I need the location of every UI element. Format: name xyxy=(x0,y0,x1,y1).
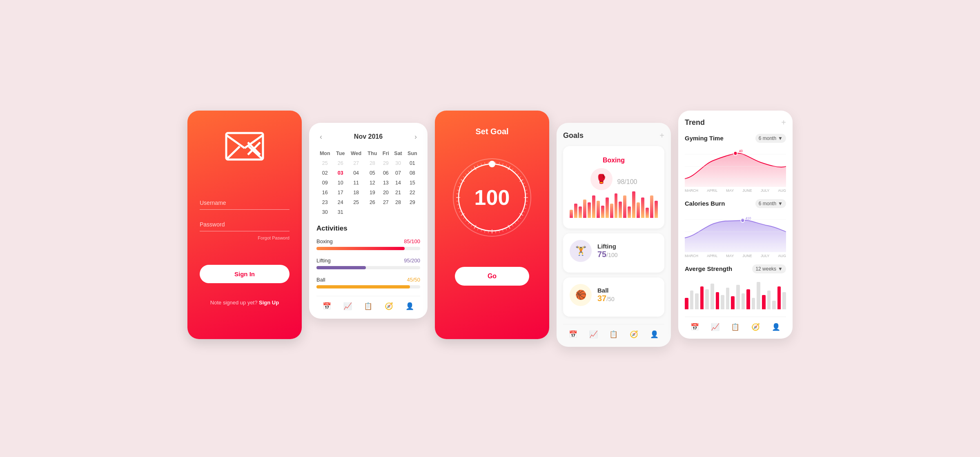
cal-cell[interactable]: 18 xyxy=(347,188,365,197)
cal-cell[interactable]: 09 xyxy=(316,178,334,188)
nav-cal-icon3[interactable]: 📅 xyxy=(690,323,699,331)
cal-cell[interactable]: 19 xyxy=(365,188,380,197)
svg-line-33 xyxy=(506,228,507,230)
nav-cal-icon2[interactable]: 📅 xyxy=(569,330,577,339)
cal-cell[interactable]: 24 xyxy=(334,197,347,207)
trend-add-button[interactable]: + xyxy=(781,118,786,127)
cal-cell[interactable]: 26 xyxy=(365,197,380,207)
cal-cell[interactable]: 02 xyxy=(316,168,334,178)
svg-line-10 xyxy=(503,163,503,165)
svg-line-59 xyxy=(466,173,467,175)
calendar-next-button[interactable]: › xyxy=(411,131,420,143)
cal-cell[interactable]: 21 xyxy=(392,188,404,197)
cal-cell[interactable] xyxy=(347,207,365,217)
username-input[interactable] xyxy=(200,196,290,210)
cal-cell[interactable] xyxy=(365,207,380,217)
cal-cell[interactable]: 14 xyxy=(392,178,404,188)
mini-bar xyxy=(655,201,658,218)
nav-compass-icon3[interactable]: 🧭 xyxy=(751,323,760,331)
cal-cell[interactable]: 17 xyxy=(334,188,347,197)
go-button[interactable]: Go xyxy=(455,267,529,286)
cal-cell[interactable] xyxy=(380,207,392,217)
cal-cell[interactable]: 07 xyxy=(392,168,404,178)
calories-label: Calories Burn xyxy=(685,200,725,207)
cal-cell[interactable]: 03 xyxy=(334,168,347,178)
svg-line-24 xyxy=(525,204,527,205)
mini-bar xyxy=(570,210,573,218)
nav-chart-icon[interactable]: 📈 xyxy=(343,302,352,311)
screen-calendar: ‹ Nov 2016 › Mon Tue Wed Thu Fri Sat Sun… xyxy=(309,123,428,319)
cal-cell[interactable]: 01 xyxy=(405,158,420,168)
cal-cell[interactable]: 05 xyxy=(365,168,380,178)
cal-cell[interactable]: 22 xyxy=(405,188,420,197)
gyming-period-dropdown[interactable]: 6 month ▼ xyxy=(755,134,786,143)
cal-cell[interactable]: 25 xyxy=(316,158,334,168)
password-input[interactable] xyxy=(200,218,290,231)
nav-list-icon[interactable]: 📋 xyxy=(364,302,372,311)
strength-bar xyxy=(705,289,709,309)
cal-cell[interactable]: 04 xyxy=(347,168,365,178)
svg-line-61 xyxy=(471,168,472,170)
svg-line-15 xyxy=(517,173,519,175)
cal-cell[interactable]: 27 xyxy=(347,158,365,168)
cal-cell[interactable]: 23 xyxy=(316,197,334,207)
cal-cell[interactable]: 13 xyxy=(380,178,392,188)
cal-cell[interactable]: 27 xyxy=(380,197,392,207)
signup-text: Note signed up yet? Sign Up xyxy=(210,299,279,306)
svg-line-1 xyxy=(226,135,245,148)
nav-profile-icon2[interactable]: 👤 xyxy=(650,330,659,339)
goal-screen-title: Set Goal xyxy=(475,127,508,136)
cal-cell[interactable]: 10 xyxy=(334,178,347,188)
nav-compass-icon2[interactable]: 🧭 xyxy=(630,330,638,339)
goals-add-button[interactable]: + xyxy=(659,131,664,140)
nav-list-icon2[interactable]: 📋 xyxy=(609,330,618,339)
cal-cell[interactable]: 11 xyxy=(347,178,365,188)
mini-bar xyxy=(641,197,644,218)
cal-cell[interactable]: 25 xyxy=(347,197,365,207)
svg-line-63 xyxy=(477,164,478,166)
goals-bottom-nav: 📅 📈 📋 🧭 👤 xyxy=(563,324,664,339)
nav-profile-icon[interactable]: 👤 xyxy=(405,302,414,311)
cal-cell[interactable] xyxy=(392,207,404,217)
nav-compass-icon[interactable]: 🧭 xyxy=(385,302,393,311)
cal-cell[interactable]: 28 xyxy=(365,158,380,168)
goal-circle: 100 xyxy=(447,153,537,242)
cal-cell[interactable]: 12 xyxy=(365,178,380,188)
lifting-name: Lifting xyxy=(597,243,658,250)
signup-link[interactable]: Sign Up xyxy=(259,299,279,306)
trend-header: Trend + xyxy=(685,118,786,127)
cal-cell[interactable]: 28 xyxy=(392,197,404,207)
cal-cell[interactable]: 15 xyxy=(405,178,420,188)
nav-chart-icon3[interactable]: 📈 xyxy=(711,323,719,331)
mail-icon xyxy=(224,131,265,164)
calories-x-labels: MARCHAPRILMAYJUNEJULYAUG xyxy=(685,254,786,258)
cal-cell[interactable]: 29 xyxy=(380,158,392,168)
cal-cell[interactable]: 30 xyxy=(316,207,334,217)
cal-cell[interactable] xyxy=(405,207,420,217)
activities-section: Activities Boxing 85/100 Lifting 95/200 … xyxy=(316,224,420,288)
cal-cell[interactable]: 29 xyxy=(405,197,420,207)
calories-chart: 410 xyxy=(685,211,786,252)
cal-cell[interactable]: 08 xyxy=(405,168,420,178)
calendar-prev-button[interactable]: ‹ xyxy=(316,131,325,143)
cal-cell[interactable]: 16 xyxy=(316,188,334,197)
nav-chart-icon2[interactable]: 📈 xyxy=(589,330,598,339)
cal-cell[interactable]: 30 xyxy=(392,158,404,168)
calories-period-dropdown[interactable]: 6 month ▼ xyxy=(755,199,786,208)
strength-bar xyxy=(767,291,771,309)
trend-bottom-nav: 📅 📈 📋 🧭 👤 xyxy=(685,317,786,331)
cal-cell[interactable]: 20 xyxy=(380,188,392,197)
cal-cell[interactable]: 31 xyxy=(334,207,347,217)
cal-cell[interactable]: 06 xyxy=(380,168,392,178)
screen-goal: Set Goal 100 Go xyxy=(435,111,549,339)
strength-bar xyxy=(777,286,781,309)
nav-list-icon3[interactable]: 📋 xyxy=(731,323,739,331)
nav-profile-icon3[interactable]: 👤 xyxy=(772,323,780,331)
forgot-password-link[interactable]: Forgot Pasword xyxy=(200,235,290,240)
strength-period-dropdown[interactable]: 12 weeks ▼ xyxy=(752,264,786,273)
svg-line-11 xyxy=(506,164,507,166)
nav-calendar-icon[interactable]: 📅 xyxy=(323,302,331,311)
boxing-label: Boxing xyxy=(570,157,658,164)
cal-cell[interactable]: 26 xyxy=(334,158,347,168)
signin-button[interactable]: Sign In xyxy=(200,265,290,283)
